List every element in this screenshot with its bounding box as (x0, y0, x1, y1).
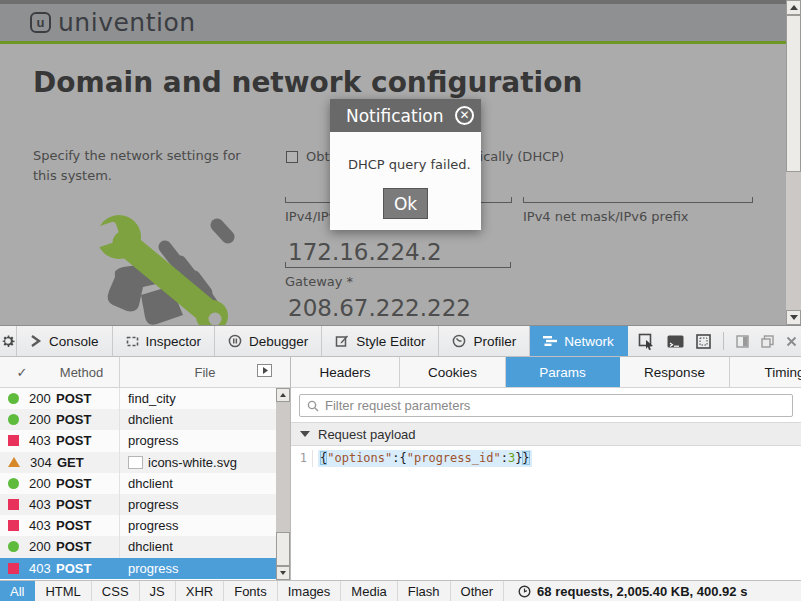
detach-window-icon[interactable] (761, 335, 774, 348)
gear-icon (0, 333, 16, 349)
page-description: Specify the network settings for this sy… (33, 146, 265, 185)
status-code: 200 (29, 476, 56, 491)
request-row[interactable]: 200POSTfind_city (0, 388, 290, 409)
page-scrollbar[interactable] (786, 0, 801, 325)
request-row[interactable]: 200POSTdhclient (0, 409, 290, 430)
status-indicator-red-square-icon (8, 520, 19, 531)
status-indicator-green-circle-icon (8, 393, 19, 404)
page-title: Domain and network configuration (33, 66, 582, 99)
tab-headers[interactable]: Headers (291, 357, 400, 387)
netmask-field[interactable] (523, 197, 753, 203)
status-code: 403 (29, 518, 56, 533)
column-method[interactable]: Method (44, 365, 119, 380)
filter-js-button[interactable]: JS (140, 581, 176, 601)
token-plain: : (392, 451, 399, 465)
filter-flash-button[interactable]: Flash (398, 581, 451, 601)
status-indicator-green-circle-icon (8, 541, 19, 552)
tab-timing[interactable]: Timing (730, 357, 801, 387)
request-file: icons-white.svg (148, 455, 237, 470)
request-row[interactable]: 403POSTprogress (0, 558, 290, 579)
tab-console[interactable]: Console (17, 326, 113, 356)
tab-cookies[interactable]: Cookies (400, 357, 506, 387)
filter-images-button[interactable]: Images (278, 581, 342, 601)
status-indicator-green-circle-icon (8, 478, 19, 489)
scroll-up-button[interactable] (786, 0, 801, 15)
style-editor-icon (335, 334, 349, 348)
scroll-down-button[interactable] (786, 310, 801, 325)
search-icon (307, 400, 319, 412)
filter-params-input[interactable] (325, 398, 785, 413)
request-row[interactable]: 403POSTprogress (0, 515, 290, 536)
gateway-label: Gateway * (285, 274, 353, 289)
tab-params[interactable]: Params (506, 357, 620, 387)
request-file: progress (128, 433, 179, 448)
request-list-scrollbar[interactable] (276, 388, 290, 580)
request-method: POST (56, 518, 91, 533)
pick-element-icon[interactable] (638, 333, 655, 350)
dock-sidebar-icon[interactable] (736, 335, 749, 348)
filter-params-box (299, 394, 793, 417)
netmask-label: IPv4 net mask/IPv6 prefix (523, 209, 689, 224)
expand-columns-icon[interactable] (257, 364, 272, 377)
payload-json: {"options":{"progress_id":3}} (318, 450, 532, 467)
collapse-twisty-icon (300, 431, 310, 437)
list-scroll-up-button[interactable] (276, 388, 290, 402)
dialog-title: Notification (346, 106, 444, 126)
column-file[interactable]: File (195, 365, 216, 380)
request-row[interactable]: 403POSTprogress (0, 494, 290, 515)
tab-style-editor[interactable]: Style Editor (322, 326, 439, 356)
devtools-settings-button[interactable] (0, 326, 17, 356)
dialog-message: DHCP query failed. (330, 157, 481, 172)
dialog-title-bar: Notification ✕ (330, 99, 481, 132)
clock-icon (518, 585, 531, 598)
filter-all-button[interactable]: All (0, 581, 35, 601)
request-payload-section[interactable]: Request payload (291, 422, 801, 446)
profiler-icon (452, 334, 466, 348)
debugger-icon (228, 334, 242, 348)
payload-code-area: 1 {"options":{"progress_id":3}} (291, 446, 801, 580)
list-scrollbar-thumb[interactable] (276, 532, 290, 566)
column-check[interactable]: ✓ (0, 365, 44, 380)
dhcp-checkbox[interactable] (286, 151, 298, 163)
token-string: "options" (327, 451, 392, 465)
tab-debugger[interactable]: Debugger (215, 326, 322, 356)
tab-response[interactable]: Response (620, 357, 730, 387)
request-file: progress (128, 561, 179, 576)
filter-xhr-button[interactable]: XHR (176, 581, 224, 601)
filter-other-button[interactable]: Other (451, 581, 505, 601)
request-row[interactable]: 403POSTprogress (0, 430, 290, 451)
tab-network[interactable]: Network (530, 326, 628, 356)
responsive-mode-icon[interactable] (696, 334, 711, 349)
close-devtools-icon[interactable] (786, 336, 797, 347)
request-file: dhclient (128, 412, 173, 427)
notification-dialog: Notification ✕ DHCP query failed. Ok (330, 99, 481, 230)
request-method: POST (56, 412, 91, 427)
filter-fonts-button[interactable]: Fonts (224, 581, 278, 601)
status-indicator-orange-triangle-icon (8, 457, 20, 467)
request-row[interactable]: 200POSTdhclient (0, 473, 290, 494)
ok-button[interactable]: Ok (383, 188, 428, 219)
status-indicator-red-square-icon (8, 563, 19, 574)
request-details-panel: Headers Cookies Params Response Timing R… (291, 357, 801, 580)
tab-inspector[interactable]: Inspector (113, 326, 216, 356)
request-row[interactable]: 200POSTdhclient (0, 536, 290, 557)
request-file: find_city (128, 391, 176, 406)
split-console-icon[interactable] (667, 335, 684, 348)
status-code: 200 (29, 539, 56, 554)
filter-media-button[interactable]: Media (341, 581, 397, 601)
request-rows: 200POSTfind_city200POSTdhclient403POSTpr… (0, 388, 290, 579)
filter-css-button[interactable]: CSS (92, 581, 140, 601)
page-scrollbar-thumb[interactable] (786, 15, 801, 172)
dialog-close-icon[interactable]: ✕ (455, 106, 474, 125)
toolbar-separator (723, 332, 724, 350)
site-header: u univention (0, 4, 801, 44)
payload-line[interactable]: 1 {"options":{"progress_id":3}} (291, 450, 801, 467)
request-row[interactable]: 304GETicons-white.svg (0, 452, 290, 473)
file-thumbnail (128, 456, 143, 469)
univention-logo-icon: u (30, 12, 51, 33)
request-file: dhclient (128, 476, 173, 491)
filter-html-button[interactable]: HTML (35, 581, 91, 601)
list-scroll-down-button[interactable] (276, 566, 290, 580)
tab-profiler[interactable]: Profiler (439, 326, 530, 356)
gateway-field[interactable] (285, 262, 511, 268)
